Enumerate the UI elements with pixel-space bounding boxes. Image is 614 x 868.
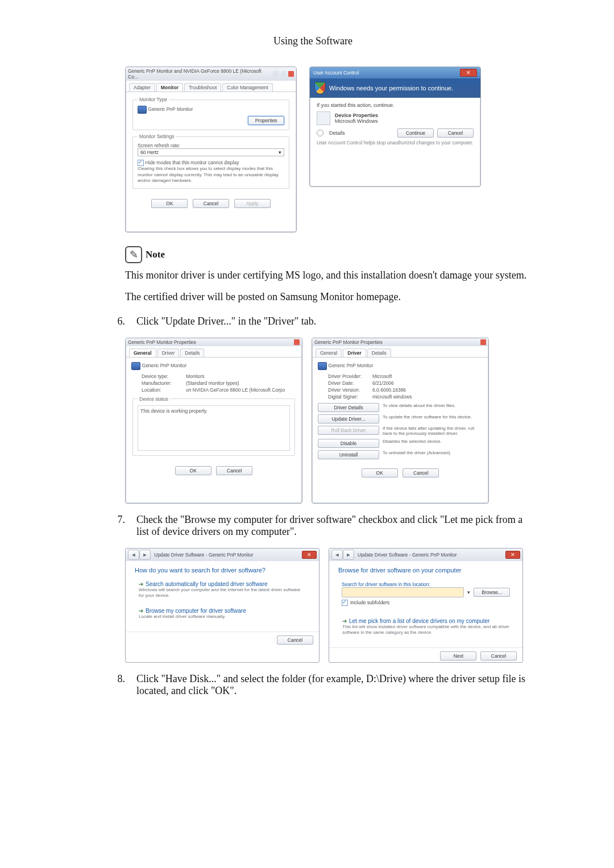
driver-details-desc: To view details about the driver files. [383, 403, 483, 409]
refresh-rate-dropdown[interactable]: 60 Hertz ▾ [138, 148, 284, 156]
search-location-input[interactable] [342, 587, 464, 597]
step-number-8: 8. [94, 673, 136, 697]
tab-general[interactable]: General [316, 348, 342, 357]
value-signer: microsoft windows [372, 394, 412, 400]
uac-dialog: User Account Control ✕ Windows needs you… [309, 67, 481, 187]
include-subfolders-checkbox[interactable] [342, 600, 348, 606]
uac-title-text: User Account Control [313, 70, 359, 76]
tab-driver[interactable]: Driver [157, 348, 180, 357]
uac-item-publisher: Microsoft Windows [335, 118, 378, 124]
step-text-6: Click "Update Driver..." in the "Driver"… [136, 315, 532, 327]
tab-adapter[interactable]: Adapter [129, 83, 155, 92]
option-title: Search automatically for updated driver … [146, 581, 268, 587]
disable-button[interactable]: Disable [318, 439, 379, 448]
option-search-auto[interactable]: ➔Search automatically for updated driver… [135, 578, 310, 601]
hide-modes-description: Clearing this check box allows you to se… [138, 166, 284, 184]
cancel-button[interactable]: Cancel [216, 466, 252, 475]
roll-back-driver-button[interactable]: Roll Back Driver [318, 426, 379, 435]
monitor-icon [131, 362, 140, 370]
option-let-me-pick[interactable]: ➔Let me pick from a list of device drive… [338, 615, 513, 638]
cancel-button[interactable]: Cancel [277, 636, 313, 645]
monitor-settings-legend: Monitor Settings [138, 134, 176, 139]
option-title: Browse my computer for driver software [146, 608, 246, 614]
dialog-title: Generic PnP Monitor and NVIDIA GeForce 8… [128, 68, 268, 80]
uninstall-desc: To uninstall the driver (Advanced). [383, 450, 483, 456]
uac-program-item: Device Properties Microsoft Windows [317, 111, 474, 125]
shield-icon [314, 82, 326, 94]
cancel-button[interactable]: Cancel [437, 128, 474, 138]
label-manufacturer: Manufacturer: [142, 380, 186, 386]
tab-driver[interactable]: Driver [343, 348, 366, 357]
properties-button[interactable]: Properties [248, 116, 284, 125]
note-icon: ✎ [125, 246, 142, 263]
ok-button[interactable]: OK [151, 199, 188, 208]
update-driver-button[interactable]: Update Driver... [318, 414, 379, 423]
maximize-icon[interactable] [281, 71, 287, 77]
disclosure-icon[interactable] [317, 130, 323, 136]
driver-details-button[interactable]: Driver Details [318, 403, 379, 412]
close-icon[interactable] [288, 71, 294, 77]
close-icon[interactable]: ✕ [460, 69, 477, 77]
apply-button[interactable]: Apply [234, 199, 271, 208]
next-button[interactable]: Next [440, 651, 476, 661]
arrow-icon: ➔ [139, 581, 143, 587]
forward-button[interactable]: ► [139, 550, 151, 560]
step-text-8: Click "Have Disk..." and select the fold… [136, 673, 532, 697]
include-subfolders-label: Include subfolders [350, 600, 389, 605]
option-title: Let me pick from a list of device driver… [349, 618, 489, 624]
label-version: Driver Version: [328, 387, 372, 393]
arrow-icon: ➔ [139, 608, 143, 614]
device-status-legend: Device status [138, 396, 170, 402]
titlebar: Generic PnP Monitor and NVIDIA GeForce 8… [126, 67, 296, 81]
close-icon[interactable]: ✕ [302, 551, 317, 559]
back-button[interactable]: ◄ [128, 550, 139, 560]
uac-titlebar: User Account Control ✕ [310, 67, 480, 78]
page-title: Using the Software [94, 35, 532, 47]
tab-details[interactable]: Details [367, 348, 391, 357]
step-number-7: 7. [94, 514, 136, 538]
monitor-type-value: Generic PnP Monitor [148, 106, 193, 112]
tab-troubleshoot[interactable]: Troubleshoot [184, 83, 221, 92]
monitor-type-group: Monitor Type Generic PnP Monitor Propert… [132, 97, 289, 130]
tab-general[interactable]: General [129, 348, 156, 357]
continue-button[interactable]: Continue [397, 128, 434, 138]
refresh-rate-label: Screen refresh rate: [138, 143, 284, 148]
minimize-icon[interactable] [273, 71, 279, 77]
back-button[interactable]: ◄ [331, 550, 343, 560]
details-link[interactable]: Details [327, 130, 394, 136]
figure-row-1: Generic PnP Monitor and NVIDIA GeForce 8… [94, 67, 532, 232]
device-name: Generic PnP Monitor [329, 363, 374, 368]
ok-button[interactable]: OK [362, 468, 398, 477]
titlebar: Generic PnP Monitor Properties [312, 338, 488, 346]
uninstall-button[interactable]: Uninstall [318, 450, 379, 459]
hide-modes-checkbox[interactable] [138, 160, 144, 166]
uac-started-text: If you started this action, continue. [317, 102, 474, 108]
tab-color-management[interactable]: Color Management [222, 83, 272, 92]
cancel-button[interactable]: Cancel [403, 468, 439, 477]
tab-monitor[interactable]: Monitor [156, 83, 183, 92]
cancel-button[interactable]: Cancel [480, 651, 517, 661]
device-properties-general-dialog: Generic PnP Monitor Properties General D… [125, 338, 302, 504]
tab-strip: Adapter Monitor Troubleshoot Color Manag… [126, 81, 296, 92]
close-icon[interactable] [294, 339, 300, 345]
device-status-group: Device status This device is working pro… [132, 396, 295, 456]
forward-button[interactable]: ► [343, 550, 354, 560]
titlebar: Generic PnP Monitor Properties [126, 338, 302, 346]
disable-desc: Disables the selected device. [383, 439, 483, 445]
driver-actions: Driver DetailsTo view details about the … [318, 403, 483, 459]
ok-button[interactable]: OK [175, 466, 211, 475]
step-text-7: Check the "Browse my computer for driver… [136, 514, 532, 538]
browse-button[interactable]: Browse... [474, 588, 510, 597]
label-location: Location: [142, 387, 186, 393]
close-icon[interactable] [480, 339, 486, 345]
monitor-icon [318, 362, 327, 370]
cancel-button[interactable]: Cancel [193, 199, 229, 208]
display-properties-dialog: Generic PnP Monitor and NVIDIA GeForce 8… [125, 67, 297, 232]
dropdown-icon[interactable]: ▾ [467, 589, 470, 595]
close-icon[interactable]: ✕ [505, 551, 520, 559]
option-browse-computer[interactable]: ➔Browse my computer for driver software … [135, 605, 310, 622]
uac-banner-text: Windows needs your permission to continu… [329, 85, 453, 92]
hide-modes-label: Hide modes that this monitor cannot disp… [146, 160, 239, 165]
tab-details[interactable]: Details [180, 348, 204, 357]
refresh-rate-value: 60 Hertz [140, 149, 159, 155]
